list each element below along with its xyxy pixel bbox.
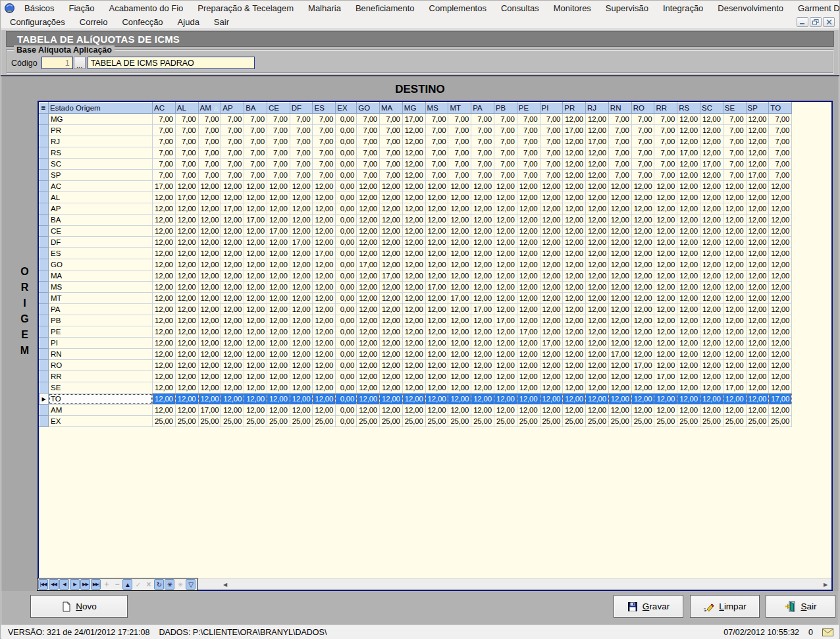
cell-pa-pa[interactable]: 17,00	[471, 304, 494, 315]
col-header-am[interactable]: AM△	[198, 103, 221, 114]
cell-sc-sp[interactable]: 12,00	[746, 159, 769, 170]
cell-pi-mt[interactable]: 12,00	[448, 338, 471, 349]
cell-ms-se[interactable]: 12,00	[723, 282, 746, 293]
cell-rn-ba[interactable]: 12,00	[244, 349, 267, 360]
cell-go-rs[interactable]: 12,00	[677, 259, 700, 270]
row-header-ex[interactable]: EX	[49, 416, 153, 427]
cell-ba-pi[interactable]: 12,00	[540, 215, 563, 226]
cell-rn-df[interactable]: 12,00	[290, 349, 313, 360]
cell-pe-ac[interactable]: 12,00	[153, 326, 176, 338]
cell-ms-ba[interactable]: 12,00	[244, 282, 267, 293]
cell-es-ex[interactable]: 0,00	[336, 248, 357, 259]
cell-pa-ma[interactable]: 12,00	[380, 304, 403, 315]
row-header-pa[interactable]: PA	[49, 304, 153, 315]
cell-pb-ex[interactable]: 0,00	[336, 315, 357, 326]
cell-rj-to[interactable]: 7,00	[769, 136, 792, 147]
cell-ap-mg[interactable]: 12,00	[402, 203, 425, 215]
cell-ma-sc[interactable]: 12,00	[700, 270, 723, 282]
cell-rs-pe[interactable]: 7,00	[517, 147, 540, 159]
cell-mt-ba[interactable]: 12,00	[244, 293, 267, 304]
cell-al-rr[interactable]: 12,00	[654, 192, 677, 203]
cell-pb-go[interactable]: 12,00	[357, 315, 380, 326]
cell-go-pr[interactable]: 12,00	[563, 259, 586, 270]
close-button[interactable]	[823, 17, 835, 27]
cell-go-pi[interactable]: 12,00	[540, 259, 563, 270]
cell-se-se[interactable]: 17,00	[723, 382, 746, 394]
cell-ba-go[interactable]: 12,00	[357, 215, 380, 226]
cell-rn-ms[interactable]: 12,00	[425, 349, 448, 360]
cell-al-ms[interactable]: 12,00	[425, 192, 448, 203]
cell-es-ba[interactable]: 12,00	[244, 248, 267, 259]
cell-se-pi[interactable]: 12,00	[540, 382, 563, 394]
cell-se-to[interactable]: 12,00	[769, 382, 792, 394]
cell-am-mt[interactable]: 12,00	[448, 405, 471, 416]
cell-go-ap[interactable]: 12,00	[221, 259, 244, 270]
cell-ro-ex[interactable]: 0,00	[336, 360, 357, 371]
cell-ba-ba[interactable]: 17,00	[244, 215, 267, 226]
cell-mg-ex[interactable]: 0,00	[336, 114, 357, 125]
cell-am-mg[interactable]: 12,00	[402, 405, 425, 416]
cell-mt-ap[interactable]: 12,00	[221, 293, 244, 304]
cell-rs-go[interactable]: 7,00	[357, 147, 380, 159]
cell-mt-rn[interactable]: 12,00	[608, 293, 631, 304]
cell-pe-rr[interactable]: 12,00	[654, 326, 677, 338]
cell-ce-df[interactable]: 12,00	[290, 226, 313, 237]
cell-ba-ce[interactable]: 12,00	[267, 215, 290, 226]
cell-sc-ac[interactable]: 7,00	[153, 159, 176, 170]
cell-am-pa[interactable]: 12,00	[471, 405, 494, 416]
nav-prior-page-button[interactable]: ◀◀	[49, 579, 59, 590]
nav-refresh-button[interactable]: ↻	[154, 579, 164, 590]
cell-rr-to[interactable]: 12,00	[769, 371, 792, 382]
cell-ce-es[interactable]: 12,00	[313, 226, 336, 237]
cell-ms-rj[interactable]: 12,00	[586, 282, 609, 293]
cell-mt-pa[interactable]: 12,00	[471, 293, 494, 304]
cell-ro-rr[interactable]: 12,00	[654, 360, 677, 371]
cell-ce-ro[interactable]: 12,00	[631, 226, 654, 237]
cell-ro-sp[interactable]: 12,00	[746, 360, 769, 371]
cell-se-ce[interactable]: 12,00	[267, 382, 290, 394]
cell-pr-es[interactable]: 7,00	[313, 125, 336, 136]
cell-mt-am[interactable]: 12,00	[198, 293, 221, 304]
cell-am-go[interactable]: 12,00	[357, 405, 380, 416]
cell-ac-mg[interactable]: 12,00	[402, 181, 425, 192]
cell-ms-ex[interactable]: 0,00	[336, 282, 357, 293]
cell-rs-rn[interactable]: 7,00	[608, 147, 631, 159]
cell-ro-ap[interactable]: 12,00	[221, 360, 244, 371]
cell-rj-am[interactable]: 7,00	[198, 136, 221, 147]
cell-pa-pb[interactable]: 12,00	[494, 304, 517, 315]
cell-rj-go[interactable]: 7,00	[357, 136, 380, 147]
cell-ro-rs[interactable]: 12,00	[677, 360, 700, 371]
col-header-ma[interactable]: MA	[380, 103, 403, 114]
cell-df-ba[interactable]: 12,00	[244, 237, 267, 248]
cell-sp-es[interactable]: 7,00	[313, 170, 336, 181]
cell-pr-to[interactable]: 7,00	[769, 125, 792, 136]
cell-rn-ap[interactable]: 12,00	[221, 349, 244, 360]
cell-rs-am[interactable]: 7,00	[198, 147, 221, 159]
cell-pr-mt[interactable]: 7,00	[448, 125, 471, 136]
cell-ba-rr[interactable]: 12,00	[654, 215, 677, 226]
cell-es-ma[interactable]: 12,00	[380, 248, 403, 259]
cell-ba-al[interactable]: 12,00	[175, 215, 198, 226]
cell-al-sc[interactable]: 12,00	[700, 192, 723, 203]
cell-rn-rs[interactable]: 12,00	[677, 349, 700, 360]
cell-pr-rr[interactable]: 7,00	[654, 125, 677, 136]
cell-pa-es[interactable]: 12,00	[313, 304, 336, 315]
cell-ms-es[interactable]: 12,00	[313, 282, 336, 293]
cell-pi-go[interactable]: 12,00	[357, 338, 380, 349]
cell-to-pa[interactable]: 12,00	[471, 394, 494, 405]
mail-envelope-icon[interactable]	[822, 628, 833, 636]
cell-rr-ba[interactable]: 12,00	[244, 371, 267, 382]
cell-sc-rr[interactable]: 7,00	[654, 159, 677, 170]
cell-pi-rn[interactable]: 12,00	[608, 338, 631, 349]
cell-rn-al[interactable]: 12,00	[175, 349, 198, 360]
cell-pi-ac[interactable]: 12,00	[153, 338, 176, 349]
cell-es-rr[interactable]: 12,00	[654, 248, 677, 259]
cell-pb-to[interactable]: 12,00	[769, 315, 792, 326]
cell-ac-mt[interactable]: 12,00	[448, 181, 471, 192]
cell-mg-ap[interactable]: 7,00	[221, 114, 244, 125]
nav-prior-button[interactable]: ◀	[59, 579, 69, 590]
cell-mt-ms[interactable]: 12,00	[425, 293, 448, 304]
cell-ba-pa[interactable]: 12,00	[471, 215, 494, 226]
cell-ro-pr[interactable]: 12,00	[563, 360, 586, 371]
cell-es-sp[interactable]: 12,00	[746, 248, 769, 259]
